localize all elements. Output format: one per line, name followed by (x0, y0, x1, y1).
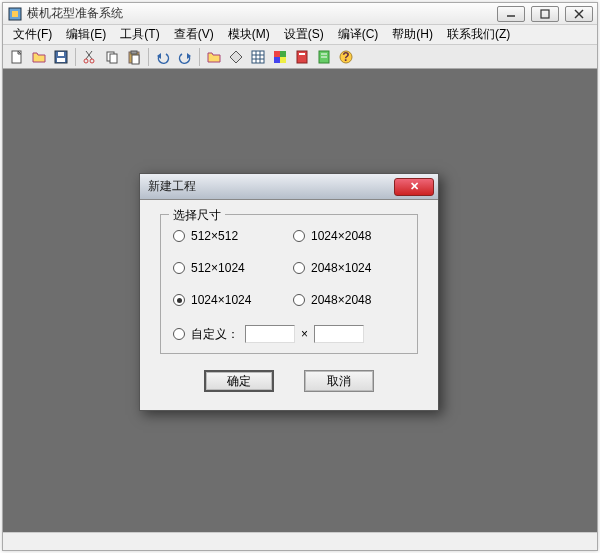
menu-edit[interactable]: 编辑(E) (60, 24, 112, 45)
svg-rect-11 (58, 52, 64, 56)
toolbar-colors[interactable] (270, 47, 290, 67)
radio-512x1024[interactable]: 512×1024 (173, 261, 285, 275)
radio-1024x1024[interactable]: 1024×1024 (173, 293, 285, 307)
menu-help[interactable]: 帮助(H) (386, 24, 439, 45)
menubar: 文件(F) 编辑(E) 工具(T) 查看(V) 模块(M) 设置(S) 编译(C… (3, 25, 597, 45)
svg-rect-10 (57, 58, 65, 62)
svg-rect-31 (280, 51, 286, 57)
size-grid: 512×512 1024×2048 512×1024 2048×1024 102… (173, 229, 405, 343)
toolbar-folder[interactable] (204, 47, 224, 67)
radio-icon (293, 262, 305, 274)
titlebar: 横机花型准备系统 (3, 3, 597, 25)
main-window: 横机花型准备系统 文件(F) 编辑(E) 工具(T) 查看(V) 模块(M) 设… (2, 2, 598, 551)
radio-2048x2048[interactable]: 2048×2048 (293, 293, 405, 307)
menu-module[interactable]: 模块(M) (222, 24, 276, 45)
toolbar-separator (199, 48, 200, 66)
svg-rect-32 (274, 57, 280, 63)
menu-contact[interactable]: 联系我们(Z) (441, 24, 516, 45)
maximize-button[interactable] (531, 6, 559, 22)
menu-tools[interactable]: 工具(T) (114, 24, 165, 45)
size-fieldset: 选择尺寸 512×512 1024×2048 512×1024 2048×102… (160, 214, 418, 354)
toolbar-cut[interactable] (80, 47, 100, 67)
times-label: × (301, 327, 308, 341)
toolbar-save[interactable] (51, 47, 71, 67)
close-icon: ✕ (410, 180, 419, 193)
radio-2048x1024[interactable]: 2048×1024 (293, 261, 405, 275)
svg-marker-8 (33, 53, 45, 62)
toolbar-diamond[interactable] (226, 47, 246, 67)
fieldset-label: 选择尺寸 (169, 207, 225, 224)
radio-icon (173, 230, 185, 242)
menu-settings[interactable]: 设置(S) (278, 24, 330, 45)
toolbar: ? (3, 45, 597, 69)
toolbar-open[interactable] (29, 47, 49, 67)
toolbar-new[interactable] (7, 47, 27, 67)
dialog-close-button[interactable]: ✕ (394, 178, 434, 196)
dialog-buttons: 确定 取消 (160, 370, 418, 392)
button-label: 确定 (227, 373, 251, 390)
minimize-button[interactable] (497, 6, 525, 22)
dialog-titlebar[interactable]: 新建工程 ✕ (140, 174, 438, 200)
radio-label: 2048×1024 (311, 261, 371, 275)
toolbar-separator (148, 48, 149, 66)
toolbar-note[interactable] (314, 47, 334, 67)
svg-rect-35 (299, 53, 305, 55)
svg-marker-24 (230, 51, 242, 63)
radio-icon (173, 328, 185, 340)
radio-icon (173, 262, 185, 274)
svg-rect-34 (297, 51, 307, 63)
toolbar-copy[interactable] (102, 47, 122, 67)
radio-custom[interactable]: 自定义： (173, 326, 239, 343)
svg-rect-1 (12, 11, 18, 17)
window-title: 横机花型准备系统 (27, 5, 497, 22)
toolbar-paste[interactable] (124, 47, 144, 67)
svg-rect-3 (541, 10, 549, 18)
toolbar-help[interactable]: ? (336, 47, 356, 67)
toolbar-redo[interactable] (175, 47, 195, 67)
window-buttons (497, 6, 593, 22)
radio-label: 2048×2048 (311, 293, 371, 307)
radio-icon (293, 294, 305, 306)
svg-text:?: ? (342, 50, 349, 64)
dialog-title: 新建工程 (148, 178, 394, 195)
custom-width-input[interactable] (245, 325, 295, 343)
svg-rect-19 (131, 51, 137, 54)
ok-button[interactable]: 确定 (204, 370, 274, 392)
workspace: 新建工程 ✕ 选择尺寸 512×512 1024×2048 512×1024 2… (3, 69, 597, 532)
menu-compile[interactable]: 编译(C) (332, 24, 385, 45)
menu-view[interactable]: 查看(V) (168, 24, 220, 45)
toolbar-separator (75, 48, 76, 66)
toolbar-compile[interactable] (292, 47, 312, 67)
svg-point-15 (90, 59, 94, 63)
svg-rect-17 (110, 54, 117, 63)
menu-file[interactable]: 文件(F) (7, 24, 58, 45)
svg-rect-33 (280, 57, 286, 63)
radio-label: 自定义： (191, 326, 239, 343)
radio-1024x2048[interactable]: 1024×2048 (293, 229, 405, 243)
new-project-dialog: 新建工程 ✕ 选择尺寸 512×512 1024×2048 512×1024 2… (139, 173, 439, 411)
radio-512x512[interactable]: 512×512 (173, 229, 285, 243)
custom-size-row: 自定义： × (173, 325, 405, 343)
custom-height-input[interactable] (314, 325, 364, 343)
svg-rect-30 (274, 51, 280, 57)
toolbar-undo[interactable] (153, 47, 173, 67)
radio-icon (173, 294, 185, 306)
cancel-button[interactable]: 取消 (304, 370, 374, 392)
close-button[interactable] (565, 6, 593, 22)
button-label: 取消 (327, 373, 351, 390)
statusbar (3, 532, 597, 550)
radio-label: 512×512 (191, 229, 238, 243)
radio-label: 512×1024 (191, 261, 245, 275)
svg-marker-23 (208, 53, 220, 62)
dialog-body: 选择尺寸 512×512 1024×2048 512×1024 2048×102… (140, 200, 438, 410)
radio-icon (293, 230, 305, 242)
svg-rect-20 (132, 55, 139, 64)
radio-label: 1024×1024 (191, 293, 251, 307)
svg-rect-25 (252, 51, 264, 63)
app-icon (7, 6, 23, 22)
svg-point-14 (84, 59, 88, 63)
toolbar-grid[interactable] (248, 47, 268, 67)
radio-label: 1024×2048 (311, 229, 371, 243)
